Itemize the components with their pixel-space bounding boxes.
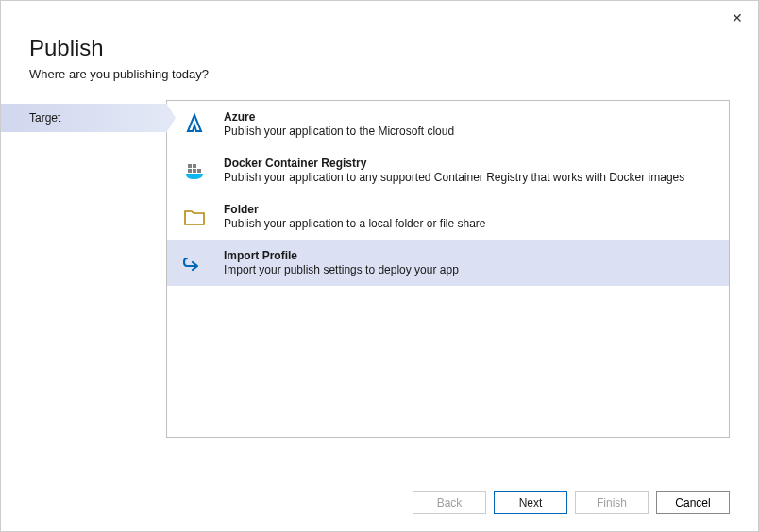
option-title: Azure (224, 110, 714, 124)
finish-button: Finish (575, 491, 649, 514)
option-desc: Publish your application to any supporte… (224, 171, 714, 184)
option-text: Import Profile Import your publish setti… (224, 249, 714, 276)
svg-rect-3 (193, 169, 196, 173)
azure-icon (182, 112, 207, 137)
wizard-sidebar: Target (1, 100, 166, 438)
svg-rect-2 (188, 169, 192, 173)
next-button[interactable]: Next (494, 491, 567, 514)
option-desc: Import your publish settings to deploy y… (224, 263, 714, 276)
dialog-title: Publish (29, 35, 730, 61)
svg-rect-0 (188, 164, 192, 168)
back-button: Back (413, 491, 486, 514)
folder-icon (182, 205, 207, 229)
option-desc: Publish your application to a local fold… (224, 217, 714, 230)
sidebar-item-label: Target (29, 111, 60, 125)
dialog-header: Publish Where are you publishing today? (1, 1, 758, 100)
docker-icon (182, 158, 207, 183)
option-azure[interactable]: Azure Publish your application to the Mi… (167, 101, 729, 147)
options-panel: Azure Publish your application to the Mi… (166, 100, 730, 438)
sidebar-item-target[interactable]: Target (1, 104, 166, 132)
dialog-subtitle: Where are you publishing today? (29, 67, 730, 81)
option-title: Folder (224, 203, 714, 216)
option-text: Azure Publish your application to the Mi… (224, 110, 714, 138)
option-folder[interactable]: Folder Publish your application to a loc… (167, 193, 729, 240)
import-icon (182, 251, 207, 275)
option-title: Docker Container Registry (224, 157, 714, 170)
content-area: Target Azure Publish your application to… (1, 100, 758, 438)
svg-rect-1 (193, 164, 196, 168)
svg-rect-4 (197, 169, 201, 173)
option-import-profile[interactable]: Import Profile Import your publish setti… (167, 240, 729, 286)
close-button[interactable]: ✕ (728, 8, 747, 27)
option-desc: Publish your application to the Microsof… (224, 125, 714, 138)
dialog-footer: Back Next Finish Cancel (413, 491, 730, 514)
cancel-button[interactable]: Cancel (656, 491, 730, 514)
option-text: Folder Publish your application to a loc… (224, 203, 714, 230)
option-title: Import Profile (224, 249, 714, 262)
option-text: Docker Container Registry Publish your a… (224, 157, 714, 184)
option-docker[interactable]: Docker Container Registry Publish your a… (167, 147, 729, 193)
